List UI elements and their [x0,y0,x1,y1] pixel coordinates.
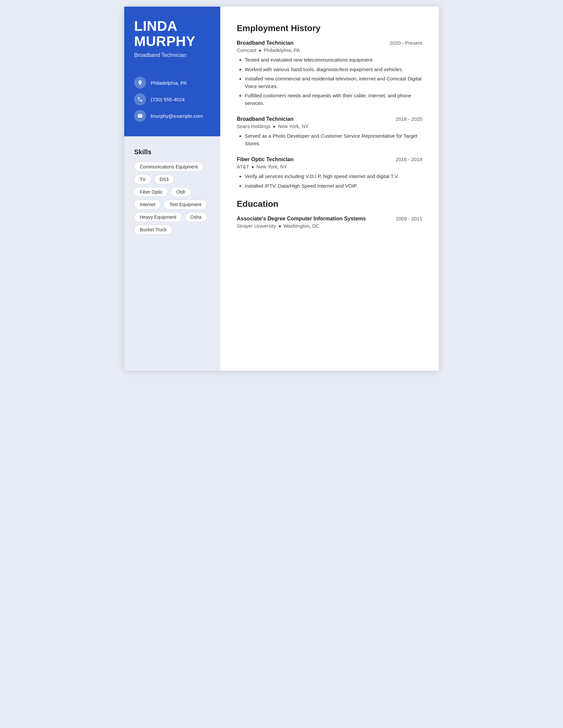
employment-section-title: Employment History [237,23,422,33]
job-location: New York, NY [256,164,287,169]
edu-school: Strayer University Washington, DC [237,223,422,229]
skill-tag: Osha [185,212,207,222]
education-section-title: Education [237,199,422,209]
job-dates: 2020 - Present [390,40,422,46]
resume-container: LINDA MURPHY Broadband Technician Philad… [124,7,439,371]
education-section: Education Associate's Degree Computer In… [237,199,422,229]
skills-grid: Communications EquipmentTVDS3Fiber Optic… [134,162,210,235]
skill-tag: Communications Equipment [134,162,203,172]
edu-header: Associate's Degree Computer Information … [237,216,422,222]
job-company: AT&T New York, NY [237,164,422,169]
job-location: New York, NY [278,123,309,129]
contact-section: Philadelphia, PA (730) 555-4024 lmurphy@… [124,70,220,136]
job-company: Comcast Philadelphia, PA [237,47,422,53]
job-header: Broadband Technician2018 - 2020 [237,116,422,122]
first-name: LINDA [134,19,210,34]
job-header: Broadband Technician2020 - Present [237,40,422,46]
job-bullets: Served as a Photo Developer and Customer… [237,132,422,147]
company-name: Comcast [237,47,256,53]
skill-tag: Bucket Truck [134,225,172,235]
phone-icon [134,93,146,105]
sidebar: LINDA MURPHY Broadband Technician Philad… [124,7,220,371]
skill-tag: Otdr [170,187,191,197]
edu-degree: Associate's Degree Computer Information … [237,216,366,222]
skill-tag: Heavy Equipment [134,212,182,222]
email-icon [134,110,146,122]
sidebar-header: LINDA MURPHY Broadband Technician [124,7,220,70]
job-title: Broadband Technician [134,52,210,58]
job-company: Sears Holdings New York, NY [237,123,422,129]
jobs-container: Broadband Technician2020 - PresentComcas… [237,40,422,190]
bullet-item: Worked with various hand tools, diagnost… [245,66,422,73]
education-entry: Associate's Degree Computer Information … [237,216,422,229]
email-contact: lmurphy@example.com [134,110,210,122]
bullet-item: Tested and evaluated new telecommunicati… [245,56,422,64]
email-text: lmurphy@example.com [151,113,203,119]
bullet-item: Verify all services including V.O.I.P, h… [245,173,422,180]
job-entry: Broadband Technician2020 - PresentComcas… [237,40,422,107]
education-container: Associate's Degree Computer Information … [237,216,422,229]
job-title: Fiber Optic Technician [237,157,294,162]
bullet-item: Installed IPTV, Data/High Speed Internet… [245,182,422,190]
skills-section: Skills Communications EquipmentTVDS3Fibe… [124,136,220,371]
bullet-item: Served as a Photo Developer and Customer… [245,132,422,147]
company-name: Sears Holdings [237,123,270,129]
job-entry: Fiber Optic Technician2016 - 2018AT&T Ne… [237,157,422,190]
bullet-item: Installed new commercial and residential… [245,75,422,90]
job-entry: Broadband Technician2018 - 2020Sears Hol… [237,116,422,147]
job-title: Broadband Technician [237,40,294,46]
bullet-item: Fulfilled customers needs and requests w… [245,92,422,107]
job-location: Philadelphia, PA [264,47,300,53]
school-name: Strayer University [237,223,276,229]
edu-dates: 2009 - 2011 [396,216,422,221]
company-name: AT&T [237,164,249,169]
job-bullets: Tested and evaluated new telecommunicati… [237,56,422,107]
location-icon [134,77,146,89]
phone-contact: (730) 555-4024 [134,93,210,105]
edu-location: Washington, DC [284,223,320,229]
job-bullets: Verify all services including V.O.I.P, h… [237,173,422,190]
last-name: MURPHY [134,34,210,49]
skill-tag: Internet [134,200,161,209]
main-content: Employment History Broadband Technician2… [220,7,439,371]
skill-tag: TV [134,174,151,184]
location-contact: Philadelphia, PA [134,77,210,89]
job-title: Broadband Technician [237,116,294,122]
job-header: Fiber Optic Technician2016 - 2018 [237,157,422,162]
skill-tag: Fiber Optic [134,187,168,197]
skill-tag: Test Equipment [164,200,207,209]
job-dates: 2016 - 2018 [396,157,422,162]
phone-text: (730) 555-4024 [151,97,185,102]
skills-title: Skills [134,148,210,156]
job-dates: 2018 - 2020 [396,116,422,122]
location-text: Philadelphia, PA [151,80,187,86]
skill-tag: DS3 [154,174,174,184]
